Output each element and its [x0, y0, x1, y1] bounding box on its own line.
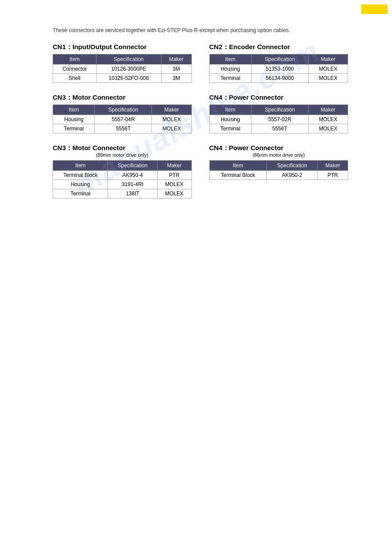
- cn4a-row2-item: Terminal: [209, 124, 251, 133]
- cn3b-row3-maker: MOLEX: [157, 189, 191, 198]
- cn3b-row3-item: Terminal: [53, 189, 108, 198]
- cn4b-row1-spec: AK950-2: [266, 171, 317, 180]
- cn1-section: CN1：Input/Output Connector Item Specific…: [53, 43, 192, 83]
- cn2-title: CN2：Encoder Connector: [209, 43, 349, 51]
- cn2-row2-maker: MOLEX: [308, 74, 348, 83]
- cn3a-row1-item: Housing: [53, 115, 95, 124]
- table-row: Terminal 138IT MOLEX: [53, 189, 192, 198]
- cn1-row2-item: Shell: [53, 74, 97, 83]
- cn2-row1-maker: MOLEX: [308, 65, 348, 74]
- cn1-row2-maker: 3M: [161, 74, 191, 83]
- cn3a-row2-maker: MOLEX: [152, 124, 191, 133]
- cn2-section: CN2：Encoder Connector Item Specification…: [209, 43, 349, 83]
- table-row: Terminal 5556T MOLEX: [53, 124, 192, 133]
- table-row: Housing 3191-4RI MOLEX: [53, 180, 192, 189]
- cn4b-header-item: Item: [209, 161, 266, 171]
- table-row: Shell 10326-52FO-008 3M: [53, 74, 192, 83]
- cn1-title: CN1：Input/Output Connector: [53, 43, 192, 51]
- cn1-table: Item Specification Maker Connector 10126…: [53, 54, 192, 83]
- table-row: Housing 5557-04R MOLEX: [53, 115, 192, 124]
- table-row: Terminal Block AK950-4 PTR: [53, 171, 192, 180]
- cn3b-row1-maker: PTR: [157, 171, 191, 180]
- cn4b-table: Item Specification Maker Terminal Block …: [209, 160, 349, 180]
- cn3b-row2-maker: MOLEX: [157, 180, 191, 189]
- intro-text: These connectors are serviced together w…: [53, 26, 348, 34]
- cn3b-row1-item: Terminal Block: [53, 171, 108, 180]
- cn4a-row1-spec: 5557-02R: [251, 115, 308, 124]
- cn2-header-maker: Maker: [308, 54, 348, 65]
- cn4b-header-spec: Specification: [266, 161, 317, 171]
- cn2-row1-item: Housing: [209, 65, 251, 74]
- cn2-header-spec: Specification: [251, 54, 308, 65]
- table-row: Terminal Block AK950-2 PTR: [209, 171, 348, 180]
- row-2: CN3：Motor Connector Item Specification M…: [53, 94, 348, 133]
- cn3b-title: CN3：Motor Connector (86mm motor drive on…: [53, 144, 192, 158]
- yellow-badge: [361, 4, 388, 14]
- cn4b-header-maker: Maker: [318, 161, 348, 171]
- cn1-header-spec: Specification: [96, 54, 161, 65]
- cn3a-table: Item Specification Maker Housing 5557-04…: [53, 104, 192, 133]
- cn3b-table: Item Specification Maker Terminal Block …: [53, 160, 192, 198]
- table-row: Terminal 56134-9000 MOLEX: [209, 74, 348, 83]
- cn3a-title: CN3：Motor Connector: [53, 94, 192, 102]
- cn3b-header-maker: Maker: [157, 161, 191, 171]
- cn3a-header-spec: Specification: [95, 105, 152, 115]
- cn1-row2-spec: 10326-52FO-008: [96, 74, 161, 83]
- cn1-header-maker: Maker: [161, 54, 191, 65]
- row-3: CN3：Motor Connector (86mm motor drive on…: [53, 144, 348, 198]
- cn1-header-item: Item: [53, 54, 97, 65]
- table-row: Housing 51353-1000 MOLEX: [209, 65, 348, 74]
- cn4b-subtitle: (86mm motor drive only): [209, 152, 349, 158]
- cn3b-row1-spec: AK950-4: [108, 171, 157, 180]
- cn4a-table: Item Specification Maker Housing 5557-02…: [209, 104, 349, 133]
- row-1: CN1：Input/Output Connector Item Specific…: [53, 43, 348, 83]
- cn4a-header-maker: Maker: [308, 105, 348, 115]
- cn2-row2-spec: 56134-9000: [251, 74, 308, 83]
- cn4a-title: CN4：Power Connector: [209, 94, 349, 102]
- cn4a-header-spec: Specification: [251, 105, 308, 115]
- cn4a-row1-maker: MOLEX: [308, 115, 348, 124]
- cn2-row1-spec: 51353-1000: [251, 65, 308, 74]
- cn2-header-item: Item: [209, 54, 251, 65]
- cn3b-section: CN3：Motor Connector (86mm motor drive on…: [53, 144, 192, 198]
- cn4a-row2-maker: MOLEX: [308, 124, 348, 133]
- cn4a-row1-item: Housing: [209, 115, 251, 124]
- page-container: These connectors are serviced together w…: [0, 0, 392, 235]
- cn3b-header-item: Item: [53, 161, 108, 171]
- table-row: Terminal 5556T MOLEX: [209, 124, 348, 133]
- cn4a-section: CN4：Power Connector Item Specification M…: [209, 94, 349, 133]
- cn4a-row2-spec: 5556T: [251, 124, 308, 133]
- cn1-row1-item: Connector: [53, 65, 97, 74]
- table-row: Housing 5557-02R MOLEX: [209, 115, 348, 124]
- table-row: Connector 10126-3000PE 3M: [53, 65, 192, 74]
- cn3b-row2-spec: 3191-4RI: [108, 180, 157, 189]
- cn1-row1-maker: 3M: [161, 65, 191, 74]
- cn3b-row2-item: Housing: [53, 180, 108, 189]
- cn3a-header-item: Item: [53, 105, 95, 115]
- cn3b-subtitle: (86mm motor drive only): [53, 152, 192, 158]
- cn2-table: Item Specification Maker Housing 51353-1…: [209, 54, 349, 83]
- cn1-row1-spec: 10126-3000PE: [96, 65, 161, 74]
- cn3b-header-spec: Specification: [108, 161, 157, 171]
- cn3a-row2-spec: 5556T: [95, 124, 152, 133]
- cn3a-row1-spec: 5557-04R: [95, 115, 152, 124]
- cn4a-header-item: Item: [209, 105, 251, 115]
- cn4b-title: CN4：Power Connector (86mm motor drive on…: [209, 144, 349, 158]
- cn4b-section: CN4：Power Connector (86mm motor drive on…: [209, 144, 349, 180]
- cn4b-row1-maker: PTR: [318, 171, 348, 180]
- cn3b-row3-spec: 138IT: [108, 189, 157, 198]
- cn3a-header-maker: Maker: [152, 105, 191, 115]
- cn2-row2-item: Terminal: [209, 74, 251, 83]
- cn3a-row2-item: Terminal: [53, 124, 95, 133]
- cn3a-section: CN3：Motor Connector Item Specification M…: [53, 94, 192, 133]
- cn4b-row1-item: Terminal Block: [209, 171, 266, 180]
- cn3a-row1-maker: MOLEX: [152, 115, 191, 124]
